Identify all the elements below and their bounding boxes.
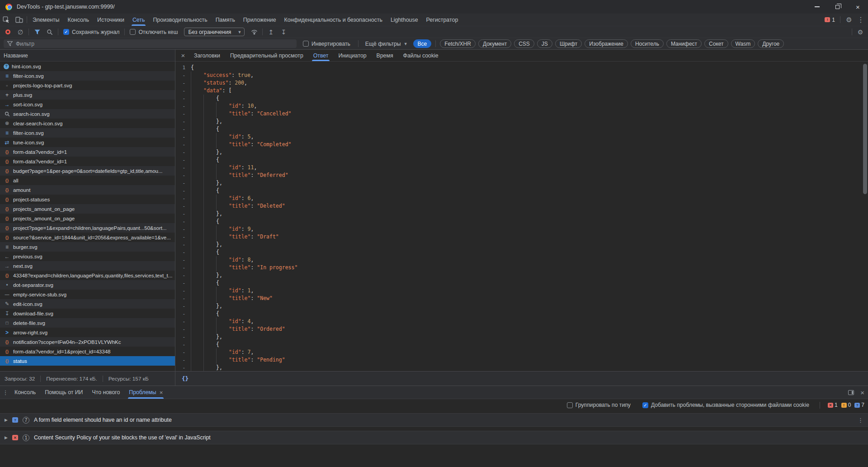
record-network-log-button[interactable] <box>2 27 14 37</box>
request-row[interactable]: ≡burger.svg <box>0 242 175 252</box>
request-row[interactable]: ≡filter-icon.svg <box>0 128 175 138</box>
request-row[interactable]: {}all <box>0 176 175 185</box>
tab-консоль[interactable]: Консоль <box>63 14 93 26</box>
gutter-marker[interactable]: - <box>175 264 191 272</box>
request-row[interactable]: {}amount <box>0 185 175 195</box>
gutter-marker[interactable]: - <box>175 287 191 295</box>
gutter-marker[interactable]: - <box>175 172 191 179</box>
network-settings-gear-icon[interactable]: ⚙ <box>854 27 866 37</box>
tab-память[interactable]: Память <box>212 14 239 26</box>
chip-wasm[interactable]: Wasm <box>731 39 755 48</box>
request-row[interactable]: ⊗clear-search-icon.svg <box>0 119 175 128</box>
filter-input[interactable]: Фильтр <box>4 39 297 48</box>
request-row[interactable]: □delete-file.svg <box>0 318 175 328</box>
request-row[interactable]: {}notification?scope=IFw04n--2xPOB1VLYWh… <box>0 337 175 347</box>
request-row[interactable]: {}projects_amount_on_page <box>0 204 175 214</box>
tab-конфиденциальность-и-безопасность[interactable]: Конфиденциальность и безопасность <box>280 14 387 26</box>
drawer-tab-консоль[interactable]: Консоль <box>10 386 40 399</box>
request-row[interactable]: {}form-data?vendor_id=1&project_id=43348 <box>0 347 175 356</box>
issue-menu-icon[interactable]: ⋮ <box>858 417 863 424</box>
gutter-marker[interactable]: - <box>175 148 191 156</box>
search-network-button[interactable] <box>44 27 56 37</box>
tab-источники[interactable]: Источники <box>93 14 128 26</box>
minimize-button[interactable] <box>807 0 827 14</box>
tab-приложение[interactable]: Приложение <box>239 14 280 26</box>
gutter-marker[interactable]: - <box>175 356 191 364</box>
drawer-tab-помощь-от-ии[interactable]: Помощь от ИИ <box>40 386 87 399</box>
filter-toggle-button[interactable] <box>31 27 43 37</box>
tab-сеть[interactable]: Сеть <box>128 14 149 26</box>
gutter-marker[interactable]: - <box>175 156 191 164</box>
tab-lighthouse[interactable]: Lighthouse <box>387 14 422 26</box>
drawer-tab-проблемы[interactable]: Проблемы× <box>124 386 167 399</box>
chip-css[interactable]: CSS <box>514 39 534 48</box>
gutter-marker[interactable]: - <box>175 102 191 110</box>
request-row[interactable]: ←previous.svg <box>0 252 175 261</box>
invert-checkbox[interactable] <box>303 41 309 47</box>
chip-js[interactable]: JS <box>537 39 552 48</box>
gutter-marker[interactable]: - <box>175 318 191 325</box>
gutter-marker[interactable]: - <box>175 272 191 279</box>
request-row[interactable]: {}project-statuses <box>0 195 175 204</box>
gutter-marker[interactable]: - <box>175 141 191 148</box>
gutter-marker[interactable]: - <box>175 233 191 241</box>
request-row[interactable]: —empty-service-stub.svg <box>0 290 175 299</box>
preserve-log-checkbox[interactable] <box>63 29 69 35</box>
chip-носитель[interactable]: Носитель <box>631 39 664 48</box>
chip-документ[interactable]: Документ <box>478 39 511 48</box>
gutter-marker[interactable]: - <box>175 248 191 256</box>
settings-gear-icon[interactable]: ⚙ <box>844 16 854 24</box>
gutter-marker[interactable]: - <box>175 348 191 356</box>
detail-tab-предварительный-просмотр[interactable]: Предварительный просмотр <box>225 50 308 61</box>
import-har-button[interactable]: ↥ <box>265 27 277 37</box>
gutter-marker[interactable]: - <box>175 95 191 102</box>
chip-сокет[interactable]: Сокет <box>704 39 728 48</box>
request-row[interactable]: +plus.svg <box>0 90 175 100</box>
close-tab-icon[interactable]: × <box>160 389 163 396</box>
detail-tab-файлы-cookie[interactable]: Файлы cookie <box>398 50 443 61</box>
scrollbar-thumb[interactable] <box>863 64 867 194</box>
include-third-party-checkbox[interactable] <box>642 402 648 408</box>
request-row[interactable]: •dot-separator.svg <box>0 280 175 290</box>
issue-row[interactable]: ▶?7A form field element should have an i… <box>0 413 868 427</box>
gutter-marker[interactable]: - <box>175 71 191 79</box>
gutter-marker[interactable]: - <box>175 256 191 264</box>
request-row[interactable]: →next.svg <box>0 261 175 271</box>
expand-icon[interactable]: ▶ <box>5 418 8 422</box>
tab-элементы[interactable]: Элементы <box>28 14 63 26</box>
gutter-marker[interactable]: - <box>175 325 191 333</box>
restore-button[interactable] <box>827 0 848 14</box>
request-row[interactable]: →sort-icon.svg <box>0 100 175 109</box>
chip-все[interactable]: Все <box>413 39 432 48</box>
detail-tab-время[interactable]: Время <box>372 50 398 61</box>
gutter-marker[interactable]: - <box>175 310 191 318</box>
chip-шрифт[interactable]: Шрифт <box>555 39 582 48</box>
request-row[interactable]: {}status <box>0 356 175 366</box>
request-row[interactable]: ⇄tune-icon.svg <box>0 138 175 147</box>
more-options-icon[interactable]: ⋮ <box>856 15 865 24</box>
request-row[interactable]: {}form-data?vendor_id=1 <box>0 157 175 166</box>
throttling-select[interactable]: Без ограничения ▼ <box>184 28 245 36</box>
issue-row[interactable]: ▶✕1Content Security Policy of your site … <box>0 431 868 444</box>
pretty-print-button[interactable]: {} <box>182 375 189 382</box>
detail-tab-ответ[interactable]: Ответ <box>308 50 334 61</box>
tab-регистратор[interactable]: Регистратор <box>422 14 462 26</box>
request-row[interactable]: {}budget?page=1&per-page=0&sort=datefiel… <box>0 166 175 176</box>
gutter-marker[interactable]: 1 <box>175 64 191 71</box>
request-row[interactable]: {}43348?expand=children,languagePairs,qu… <box>0 271 175 280</box>
request-row[interactable]: >arrow-right.svg <box>0 328 175 337</box>
device-toolbar-button[interactable] <box>13 14 25 26</box>
gutter-marker[interactable]: - <box>175 341 191 348</box>
issues-counter-button[interactable]: ! 1 <box>823 17 837 23</box>
chip-другое[interactable]: Другое <box>758 39 784 48</box>
group-by-kind-checkbox[interactable] <box>567 402 573 408</box>
gutter-marker[interactable]: - <box>175 164 191 172</box>
detail-tab-заголовки[interactable]: Заголовки <box>189 50 225 61</box>
gutter-marker[interactable]: - <box>175 295 191 302</box>
request-row[interactable]: {}form-data?vendor_id=1 <box>0 147 175 157</box>
request-row[interactable]: ✎edit-icon.svg <box>0 299 175 309</box>
gutter-marker[interactable]: - <box>175 225 191 233</box>
close-drawer-button[interactable]: × <box>860 389 864 396</box>
drawer-tab-что-нового[interactable]: Что нового <box>87 386 124 399</box>
gutter-marker[interactable]: - <box>175 333 191 341</box>
